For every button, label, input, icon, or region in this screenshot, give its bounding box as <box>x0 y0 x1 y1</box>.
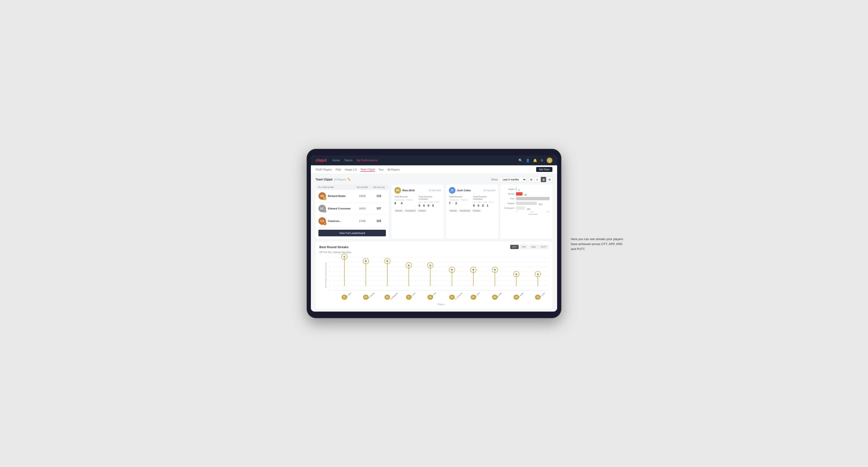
col-player-name: PLAYER NAME <box>318 186 353 188</box>
card-avatar-rees: RB <box>394 187 401 194</box>
period-select[interactable]: Last 3 months Last 6 months Last 12 mont… <box>500 177 526 182</box>
sub-nav-tour[interactable]: Tour <box>379 168 383 172</box>
team-header: Team Clippd 14 Players ✏️ Show Last 3 mo… <box>316 177 552 182</box>
player-streak-col: 6x D. Billingham DB <box>376 257 398 300</box>
nav-home[interactable]: Home <box>332 158 340 163</box>
player-row: RB 1 Richard Butler 19/20 110 <box>316 190 389 203</box>
sub-nav-pga[interactable]: PGA <box>336 168 341 172</box>
player-avatar-2: DB <box>384 294 390 300</box>
practice-val-josh: 2 <box>455 201 457 205</box>
practice-tag-josh: Practice <box>472 209 481 212</box>
player-name-rotated-7: M. Miller <box>497 292 502 298</box>
view-full-leaderboard-button[interactable]: View Full Leaderboard <box>318 230 386 236</box>
sub-nav-all-players[interactable]: All Players <box>388 168 400 172</box>
grid-view-btn[interactable]: ⊞ <box>528 177 534 182</box>
filter-app[interactable]: APP <box>520 245 528 249</box>
bar-container-bogeys: 311 <box>516 201 550 205</box>
settings-icon[interactable]: ⚙ <box>540 158 544 162</box>
avatar-initials-3: CA <box>320 220 324 222</box>
team-title-area: Team Clippd 14 Players ✏️ <box>316 178 351 181</box>
add-team-button[interactable]: Add Team <box>536 167 552 172</box>
best-round-streaks-section: Best Round Streaks OTT APP ARG PUTT Off … <box>316 242 552 309</box>
practice-activities-section-josh: Total Practice Activities OTT APP ARG PU… <box>473 195 496 207</box>
player-name-rotated-4: R. Britt <box>432 292 437 297</box>
nav-my-performance[interactable]: My Performance <box>356 158 377 163</box>
arg-val-rees: 0 <box>428 204 429 207</box>
rounds-tag: Rounds <box>394 209 403 212</box>
player-name-rotated-9: C. Quick <box>540 292 545 298</box>
y-axis-label: Best Streak, Fairway Accuracy <box>319 257 332 293</box>
tournament-val-josh: 7 <box>449 201 451 205</box>
practice-activities-label-rees: Total Practice Activities <box>418 195 441 200</box>
pb-avg-3: 103 <box>372 219 386 223</box>
sub-nav-pgat[interactable]: PGAT Players <box>316 168 332 172</box>
nav-teams[interactable]: Teams <box>344 158 352 163</box>
practice-label-josh: Practice <box>461 199 467 201</box>
two-column-layout: PLAYER NAME PB SCORE PB AVG SQ RB 1 Rich… <box>316 185 552 239</box>
practice-activities-section-rees: Total Practice Activities OTT APP ARG PU… <box>418 195 441 207</box>
x-label-400: 400 <box>547 211 550 213</box>
player-name-3: Cameron... <box>328 220 341 222</box>
card-view-btn[interactable]: ▦ <box>540 177 546 182</box>
stats-grid-rees: Total Rounds Tournament Practice 8 4 <box>394 195 441 207</box>
bar-pars: Pars 499 <box>503 197 550 200</box>
putt-label-josh: PUTT <box>489 201 494 203</box>
bar-label-pars: Pars <box>503 197 515 200</box>
x-label-0: 0 <box>516 211 517 213</box>
ott-label-rees: OTT <box>418 201 423 203</box>
ott-label-josh: OTT <box>473 201 477 203</box>
bar-container-eagles: 3 <box>516 187 550 191</box>
rank-badge-3: 3 <box>323 222 327 225</box>
player-streak-col: 7x E. Ebert EE <box>334 257 355 300</box>
player-name-2: Edward Crossman <box>328 207 351 210</box>
avatar-initials-2: EC <box>320 207 324 210</box>
player-name-rotated-3: J. Coles <box>411 292 416 298</box>
bar-container-birdies: 96 <box>516 192 550 195</box>
rank-badge-1: 1 <box>323 197 327 200</box>
app-label-josh: APP <box>478 201 482 203</box>
card-date-rees: 02 Sep 2023 <box>429 189 441 191</box>
nav-links: Home Teams My Performance <box>332 158 519 163</box>
pb-avg-2: 107 <box>372 207 386 210</box>
player-streak-col: 6x B. McHarg BM <box>355 257 376 300</box>
profile-icon[interactable]: 👤 <box>526 158 530 162</box>
col-pb-avg: PB AVG SQ <box>372 186 386 188</box>
streak-subtitle-stat: Fairway Accuracy <box>333 251 351 253</box>
sub-nav-team-clippd[interactable]: Team Clippd <box>361 167 375 172</box>
nav-bar: clippd Home Teams My Performance 🔍 👤 🔔 ⚙… <box>311 155 557 165</box>
edit-icon[interactable]: ✏️ <box>347 178 351 181</box>
player-avatar-8: RB <box>514 294 519 300</box>
card-date-josh: 26 Aug 2023 <box>483 189 495 191</box>
round-type-tags-rees: Rounds Tournament Practice <box>394 209 441 212</box>
filter-ott[interactable]: OTT <box>510 245 519 249</box>
pb-avg-1: 110 <box>372 194 386 198</box>
practice-tag: Practice <box>417 209 427 212</box>
putt-val-rees: 0 <box>432 204 434 207</box>
pb-score-1: 19/20 <box>353 195 372 197</box>
table-view-btn[interactable]: ⊟ <box>547 177 552 182</box>
main-content: Team Clippd 14 Players ✏️ Show Last 3 mo… <box>311 174 557 312</box>
player-columns: 7x E. Ebert EE 6x B. McHarg BM 6x D. Bil… <box>334 257 549 300</box>
bell-icon[interactable]: 🔔 <box>533 158 537 162</box>
sub-nav-hcaps[interactable]: Hcaps 1-5 <box>345 168 356 172</box>
bar-birdies: Birdies 96 <box>503 192 550 195</box>
streak-subtitle-prefix: Off The Tee, <box>319 251 332 253</box>
player-avatar-1: BM <box>363 294 369 300</box>
tournament-tag: Tournament <box>404 209 416 212</box>
tournament-tag-josh: Tournament <box>459 209 471 212</box>
list-view-btn[interactable]: ≡ <box>534 177 540 182</box>
rank-badge-2: 2 <box>323 210 327 213</box>
col-pb-score: PB SCORE <box>353 186 372 188</box>
tablet-screen: clippd Home Teams My Performance 🔍 👤 🔔 ⚙… <box>311 155 557 312</box>
card-player-info-rees: RB Rees Britt <box>394 187 415 194</box>
player-name-rotated-5: E. Crossman <box>455 292 463 300</box>
streaks-title: Best Round Streaks <box>319 245 349 249</box>
streak-bar-9 <box>537 273 538 286</box>
filter-putt[interactable]: PUTT <box>539 245 549 249</box>
putt-val-josh: 1 <box>487 204 488 207</box>
search-icon[interactable]: 🔍 <box>519 158 522 162</box>
user-avatar[interactable]: U <box>547 158 552 163</box>
show-label: Show <box>491 178 498 181</box>
player-streak-col: 4x E. Crossman EC <box>441 257 463 300</box>
filter-arg[interactable]: ARG <box>529 245 538 249</box>
